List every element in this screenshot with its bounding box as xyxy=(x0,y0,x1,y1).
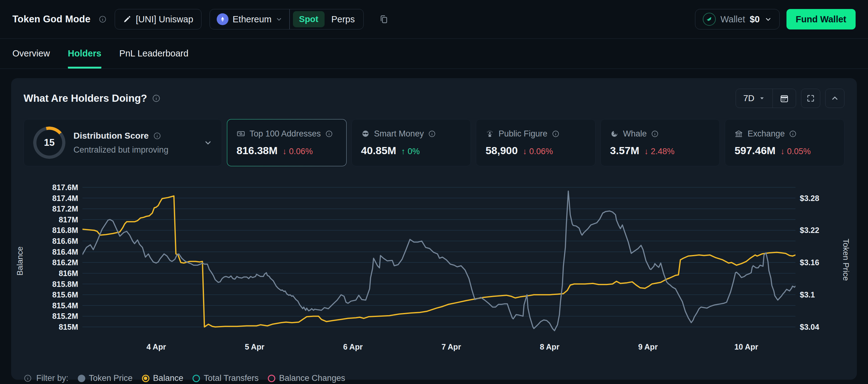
tile-delta: ↓ 2.48% xyxy=(644,147,675,156)
tile-value: 58,900 xyxy=(486,145,518,157)
balance-tick-label: 815.2M xyxy=(52,312,78,321)
wallet-value: $0 xyxy=(750,14,760,25)
date-tick-label: 9 Apr xyxy=(638,343,658,351)
smart-money-tile[interactable]: Smart Money 40.85M ↑ 0% xyxy=(351,119,471,166)
date-tick-label: 4 Apr xyxy=(146,343,166,351)
copy-icon[interactable] xyxy=(379,14,389,24)
balance-tick-label: 815.4M xyxy=(52,301,78,310)
price-tick-label: $3.04 xyxy=(800,323,819,332)
network-selector[interactable]: Ethereum xyxy=(210,13,289,25)
filter-total-transfers[interactable]: Total Transfers xyxy=(192,374,258,383)
price-axis-ticks: $3.28$3.22$3.16$3.1$3.04 xyxy=(800,181,840,336)
pencil-icon xyxy=(123,15,131,23)
network-market-group: Ethereum Spot Perps xyxy=(210,9,364,29)
fund-wallet-button[interactable]: Fund Wallet xyxy=(786,9,856,29)
range-control: 7D xyxy=(736,89,796,108)
wallet-dropdown[interactable]: Wallet $0 xyxy=(695,9,780,29)
info-icon[interactable] xyxy=(99,15,106,23)
balance-line xyxy=(83,196,796,327)
calendar-icon[interactable] xyxy=(773,89,796,108)
public-figure-tile[interactable]: Public Figure 58,900 ↓ 0.06% xyxy=(476,119,595,166)
perps-tab[interactable]: Perps xyxy=(326,14,361,25)
info-icon[interactable] xyxy=(552,130,560,138)
network-name: Ethereum xyxy=(232,14,272,25)
balance-tick-label: 815.6M xyxy=(52,290,78,299)
info-icon[interactable] xyxy=(651,130,659,138)
info-icon[interactable] xyxy=(24,374,32,382)
balance-tick-label: 817.4M xyxy=(52,194,78,203)
distribution-gauge: 15 xyxy=(33,126,65,159)
price-tick-label: $3.22 xyxy=(800,226,819,235)
balance-tick-label: 815.8M xyxy=(52,279,78,289)
info-icon[interactable] xyxy=(325,130,333,138)
ethereum-icon xyxy=(217,13,228,25)
tab-pnl-leaderboard[interactable]: PnL Leaderboard xyxy=(119,39,188,68)
whale-icon xyxy=(610,129,619,138)
spot-tab[interactable]: Spot xyxy=(293,11,324,27)
balance-tick-label: 816.6M xyxy=(52,237,78,246)
filter-balance[interactable]: Balance xyxy=(142,374,184,383)
bank-icon xyxy=(734,129,743,138)
balance-tick-label: 816M xyxy=(59,269,78,277)
filter-label: Balance Changes xyxy=(279,374,345,383)
token-price-swatch xyxy=(78,375,85,382)
whale-tile[interactable]: Whale 3.57M ↓ 2.48% xyxy=(600,119,720,166)
price-axis-title: Token Price xyxy=(841,219,850,300)
range-dropdown[interactable]: 7D xyxy=(736,93,773,103)
balance-tick-label: 815M xyxy=(59,323,78,332)
date-tick-label: 8 Apr xyxy=(540,343,559,351)
tab-holders[interactable]: Holders xyxy=(68,39,101,68)
filter-by-label: Filter by: xyxy=(36,374,68,383)
tile-delta: ↓ 0.06% xyxy=(523,147,553,156)
tile-label: Exchange xyxy=(747,129,785,139)
distribution-score-tile[interactable]: 15 Distribution Score Centralized but im… xyxy=(24,119,222,166)
chart-plot-area[interactable] xyxy=(83,181,796,336)
tile-label: Top 100 Addresses xyxy=(250,129,321,139)
date-tick-label: 10 Apr xyxy=(734,343,758,351)
tile-delta: ↓ 0.06% xyxy=(282,147,313,156)
range-value: 7D xyxy=(743,93,754,103)
price-tick-label: $3.16 xyxy=(800,258,819,267)
banknote-icon xyxy=(237,129,245,138)
holders-panel: What Are Holders Doing? 7D xyxy=(11,78,857,380)
tile-value: 816.38M xyxy=(237,145,277,157)
holders-chart: Balance 817.6M817.4M817.2M817M816.8M816.… xyxy=(24,181,844,354)
tile-value: 597.46M xyxy=(734,145,775,157)
distribution-score-title: Distribution Score xyxy=(73,131,149,141)
chevron-down-icon xyxy=(276,16,282,23)
chevron-down-icon[interactable] xyxy=(204,138,212,147)
distribution-score-value: 15 xyxy=(33,126,65,159)
total-transfers-swatch xyxy=(192,375,200,382)
tile-label: Whale xyxy=(623,129,647,139)
wallet-label: Wallet xyxy=(720,14,745,25)
info-icon[interactable] xyxy=(428,130,436,138)
date-tick-label: 6 Apr xyxy=(343,343,363,351)
balance-tick-label: 817.2M xyxy=(52,204,78,213)
fullscreen-button[interactable] xyxy=(801,89,820,108)
filter-balance-changes[interactable]: Balance Changes xyxy=(268,374,345,383)
balance-axis-ticks: 817.6M817.4M817.2M817M816.8M816.6M816.4M… xyxy=(24,181,78,336)
exchange-tile[interactable]: Exchange 597.46M ↓ 0.05% xyxy=(725,119,844,166)
filter-token-price[interactable]: Token Price xyxy=(78,374,133,383)
panel-title: What Are Holders Doing? xyxy=(24,92,147,104)
wallet-icon xyxy=(703,13,716,26)
tile-value: 40.85M xyxy=(361,145,396,157)
tile-label: Smart Money xyxy=(374,129,424,139)
token-selector[interactable]: [UNI] Uniswap xyxy=(115,9,202,29)
chevron-down-icon xyxy=(765,16,772,23)
price-tick-label: $3.28 xyxy=(800,194,819,203)
tab-overview[interactable]: Overview xyxy=(12,39,50,68)
balance-swatch xyxy=(142,375,149,382)
tile-value: 3.57M xyxy=(610,145,640,157)
public-figure-icon xyxy=(486,129,494,138)
balance-tick-label: 816.4M xyxy=(52,247,78,256)
tile-delta: ↑ 0% xyxy=(401,147,420,156)
top-100-addresses-tile[interactable]: Top 100 Addresses 816.38M ↓ 0.06% xyxy=(227,119,347,166)
date-tick-label: 7 Apr xyxy=(441,343,461,351)
collapse-button[interactable] xyxy=(825,89,844,108)
info-icon[interactable] xyxy=(153,132,161,140)
balance-axis-title: Balance xyxy=(15,230,25,292)
info-icon[interactable] xyxy=(789,130,797,138)
price-tick-label: $3.1 xyxy=(800,290,815,299)
info-icon[interactable] xyxy=(152,94,161,103)
